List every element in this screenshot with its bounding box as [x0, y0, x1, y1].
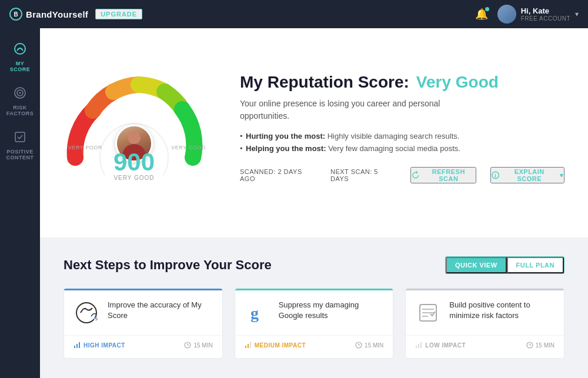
- user-plan: FREE ACCOUNT: [521, 15, 570, 22]
- refresh-icon: [412, 171, 419, 179]
- svg-rect-18: [245, 346, 246, 348]
- sidebar-item-my-score[interactable]: MY SCORE: [0, 35, 40, 79]
- svg-rect-6: [15, 132, 25, 142]
- view-toggle: QUICK VIEW FULL PLAN: [445, 256, 564, 274]
- gauge-very-good-label: VERY GOOD: [171, 145, 206, 150]
- card-title-google: Suppress my damaging Google results: [279, 300, 384, 321]
- user-greeting: Hi, Kate: [521, 6, 570, 15]
- impact-text-positive: LOW IMPACT: [425, 342, 466, 349]
- svg-rect-25: [420, 342, 422, 348]
- explain-score-button[interactable]: i EXPLAIN SCORE ▾: [490, 167, 564, 183]
- impact-icon-accuracy: [74, 342, 81, 349]
- card-body-accuracy: Improve the accuracy of My Score: [64, 290, 222, 335]
- clock-icon-accuracy: [184, 342, 191, 349]
- svg-point-11: [76, 303, 96, 323]
- brand-logo[interactable]: B BrandYourself: [9, 8, 88, 21]
- svg-rect-15: [79, 342, 80, 348]
- card-icon-google: g: [245, 300, 270, 326]
- user-menu[interactable]: Hi, Kate FREE ACCOUNT ▾: [497, 5, 579, 24]
- impact-text-google: MEDIUM IMPACT: [255, 342, 306, 349]
- score-number: 900: [113, 150, 155, 175]
- refresh-label: REFRESH SCAN: [422, 168, 475, 182]
- card-body-positive: Build positive content to minimize risk …: [406, 290, 564, 335]
- my-score-icon: [14, 42, 26, 58]
- impact-icon-google: [245, 342, 252, 349]
- impact-badge-accuracy: HIGH IMPACT: [74, 342, 125, 349]
- helping-label: Helping you the most:: [246, 144, 326, 153]
- bullet-hurting: Hurting you the most: Highly visible dam…: [240, 132, 564, 141]
- svg-rect-24: [418, 344, 419, 348]
- triangle-pointer: [40, 228, 588, 237]
- svg-rect-23: [416, 346, 417, 348]
- risk-icon: [14, 86, 26, 102]
- next-steps-section: Next Steps to Improve Your Score QUICK V…: [40, 237, 588, 377]
- card-footer-positive: LOW IMPACT 15 MIN: [406, 335, 564, 354]
- svg-text:B: B: [14, 11, 18, 18]
- gauge-very-poor-label: VERY POOR: [68, 145, 102, 150]
- next-steps-header: Next Steps to Improve Your Score QUICK V…: [64, 256, 564, 274]
- helping-text: Very few damaging social media posts.: [328, 144, 460, 153]
- hurting-text: Highly visible damaging search results.: [328, 132, 460, 141]
- card-text-positive: Build positive content to minimize risk …: [449, 300, 554, 321]
- bullet-helping: Helping you the most: Very few damaging …: [240, 144, 564, 153]
- upgrade-button[interactable]: UPGRADE: [95, 9, 142, 19]
- scanned-label: SCANNED:: [240, 168, 276, 175]
- card-icon-accuracy: [74, 300, 99, 326]
- impact-badge-google: MEDIUM IMPACT: [245, 342, 306, 349]
- time-badge-accuracy: 15 MIN: [184, 342, 212, 349]
- avatar-image: [497, 5, 516, 24]
- score-triangle: [314, 228, 338, 237]
- time-text-accuracy: 15 MIN: [193, 342, 212, 349]
- avatar: [497, 5, 516, 24]
- svg-point-5: [19, 92, 21, 94]
- next-steps-title: Next Steps to Improve Your Score: [64, 257, 272, 273]
- score-bullets: Hurting you the most: Highly visible dam…: [240, 132, 564, 153]
- score-number-label: VERY GOOD: [113, 175, 155, 181]
- svg-text:g: g: [250, 304, 259, 322]
- sidebar-item-positive-content[interactable]: POSITIVE CONTENT: [0, 123, 40, 168]
- score-subtitle: Your online presence is losing you caree…: [240, 98, 463, 122]
- card-google: g Suppress my damaging Google results: [235, 288, 394, 359]
- app-layout: MY SCORE RISK FACTORS POSITIVE CONTENT: [0, 28, 588, 378]
- card-icon-positive: [415, 300, 441, 326]
- nav-right: 🔔 Hi, Kate FREE ACCOUNT ▾: [475, 5, 579, 24]
- refresh-scan-button[interactable]: REFRESH SCAN: [410, 167, 476, 183]
- card-footer-google: MEDIUM IMPACT 15 MIN: [235, 335, 393, 354]
- explain-label: EXPLAIN SCORE: [502, 168, 557, 182]
- gauge-score: 900 VERY GOOD: [113, 150, 155, 181]
- main-content: VERY POOR VERY GOOD 900 VERY GOOD My Rep…: [40, 28, 588, 378]
- sidebar-item-risk-factors[interactable]: RISK FACTORS: [0, 79, 40, 123]
- top-nav: B BrandYourself UPGRADE 🔔 Hi, Kate FREE …: [0, 0, 588, 28]
- card-positive: Build positive content to minimize risk …: [405, 288, 564, 359]
- card-text-accuracy: Improve the accuracy of My Score: [108, 300, 213, 321]
- svg-rect-20: [250, 342, 251, 348]
- hurting-label: Hurting you the most:: [246, 132, 325, 141]
- score-rating: Very Good: [416, 73, 499, 92]
- card-title-positive: Build positive content to minimize risk …: [449, 300, 554, 321]
- sidebar: MY SCORE RISK FACTORS POSITIVE CONTENT: [0, 28, 40, 378]
- brand-name: BrandYourself: [26, 9, 88, 19]
- impact-text-accuracy: HIGH IMPACT: [83, 342, 125, 349]
- sidebar-label-risk-factors: RISK FACTORS: [6, 105, 34, 116]
- user-info: Hi, Kate FREE ACCOUNT: [521, 6, 570, 22]
- clock-icon-positive: [526, 342, 533, 349]
- full-plan-button[interactable]: FULL PLAN: [507, 257, 564, 273]
- clock-icon-google: [355, 342, 362, 349]
- sidebar-label-my-score: MY SCORE: [10, 61, 31, 72]
- notifications-bell[interactable]: 🔔: [475, 8, 488, 21]
- score-meta: SCANNED: 2 Days Ago NEXT SCAN: 5 Days RE…: [240, 167, 564, 183]
- score-info: My Reputation Score: Very Good Your onli…: [240, 73, 564, 183]
- chevron-down-icon: ▾: [575, 10, 579, 18]
- brand-icon: B: [9, 8, 22, 21]
- svg-rect-19: [248, 344, 249, 348]
- notification-dot: [485, 7, 489, 11]
- score-title-text: My Reputation Score:: [240, 73, 409, 92]
- time-text-positive: 15 MIN: [536, 342, 554, 349]
- sidebar-label-positive-content: POSITIVE CONTENT: [6, 149, 34, 160]
- quick-view-button[interactable]: QUICK VIEW: [446, 257, 507, 273]
- card-text-google: Suppress my damaging Google results: [279, 300, 384, 321]
- card-accuracy: Improve the accuracy of My Score HIGH IM…: [64, 288, 223, 359]
- info-icon: i: [492, 171, 499, 179]
- next-scan-info: NEXT SCAN: 5 Days: [330, 168, 396, 182]
- svg-text:i: i: [495, 173, 496, 179]
